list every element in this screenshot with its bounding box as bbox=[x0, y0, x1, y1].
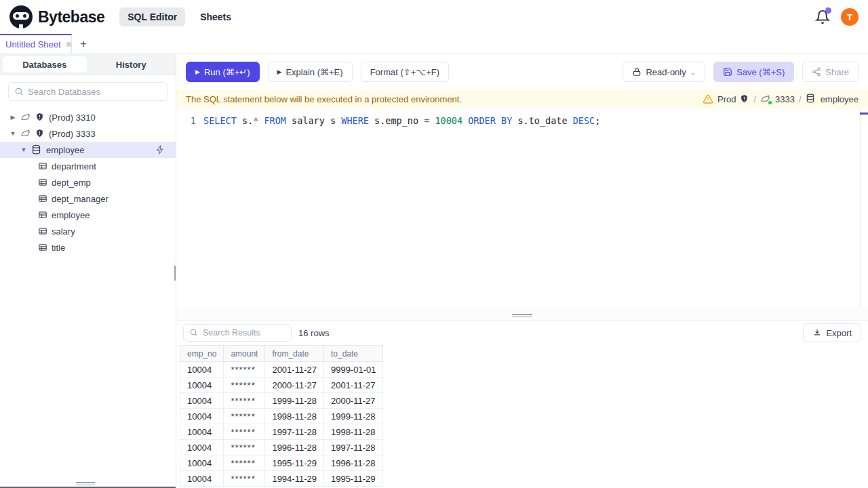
sidebar-table-item[interactable]: dept_emp bbox=[0, 174, 176, 190]
search-icon bbox=[14, 87, 24, 96]
table-name: salary bbox=[52, 226, 75, 237]
connection-status-dot bbox=[768, 101, 772, 104]
warning-icon bbox=[703, 94, 713, 104]
run-button[interactable]: ▶ Run (⌘+↵) bbox=[186, 62, 260, 82]
mysql-icon bbox=[20, 112, 31, 123]
table-row[interactable]: 10004******2000-11-272001-11-27 bbox=[180, 378, 383, 393]
play-icon: ▶ bbox=[277, 68, 282, 75]
instance-row-3310[interactable]: ▶ (Prod) 3310 bbox=[0, 109, 176, 125]
results-search-input[interactable] bbox=[203, 328, 285, 338]
bytebase-logo-icon bbox=[9, 5, 33, 28]
column-header-emp_no[interactable]: emp_no bbox=[180, 346, 224, 362]
editor-scrollbar[interactable] bbox=[860, 108, 868, 308]
share-icon bbox=[812, 67, 821, 77]
sql-statement[interactable]: SELECT s.* FROM salary s WHERE s.emp_no … bbox=[203, 115, 600, 127]
table-cell: 10004 bbox=[180, 362, 224, 378]
table-row[interactable]: 10004******1997-11-281998-11-28 bbox=[180, 424, 383, 440]
download-icon bbox=[812, 328, 822, 338]
environment-label: Prod bbox=[717, 94, 736, 104]
instance-row-3333[interactable]: ▼ (Prod) 3333 bbox=[0, 125, 176, 142]
share-button[interactable]: Share bbox=[802, 62, 859, 82]
table-icon bbox=[38, 226, 47, 236]
database-search[interactable] bbox=[8, 82, 167, 101]
sidebar-tabs: Databases History bbox=[0, 54, 176, 75]
environment-shield-icon bbox=[740, 94, 749, 104]
notification-badge bbox=[825, 7, 831, 14]
split-drag-handle[interactable] bbox=[512, 312, 532, 319]
table-cell: 2001-11-27 bbox=[265, 362, 324, 378]
avatar[interactable]: T bbox=[841, 8, 859, 26]
save-button[interactable]: Save (⌘+S) bbox=[713, 62, 794, 82]
chevron-down-icon[interactable]: ▼ bbox=[9, 130, 16, 137]
main-panel: ▶ Run (⌘+↵) ▶ Explain (⌘+E) Format (⇧+⌥+… bbox=[176, 54, 868, 488]
results-header: 16 rows Export bbox=[176, 321, 868, 345]
save-icon bbox=[723, 67, 732, 77]
table-cell: ****** bbox=[224, 362, 265, 378]
format-button[interactable]: Format (⇧+⌥+F) bbox=[361, 62, 449, 82]
instance-label: (Prod) 3310 bbox=[49, 113, 96, 123]
table-row[interactable]: 10004******1999-11-282000-11-27 bbox=[180, 393, 383, 409]
database-search-input[interactable] bbox=[28, 87, 161, 97]
panel-split-divider[interactable] bbox=[176, 308, 868, 320]
lightning-icon[interactable] bbox=[155, 145, 165, 155]
database-icon bbox=[806, 94, 816, 104]
protected-environment-banner: The SQL statement below will be executed… bbox=[176, 89, 868, 108]
sidebar-table-item[interactable]: title bbox=[0, 239, 176, 256]
result-table: emp_noamountfrom_dateto_date 10004******… bbox=[180, 345, 383, 487]
table-row[interactable]: 10004******1998-11-281999-11-28 bbox=[180, 409, 383, 424]
bytebase-logo[interactable]: Bytebase bbox=[9, 5, 104, 28]
table-row[interactable]: 10004******1996-11-281997-11-28 bbox=[180, 440, 383, 455]
sidebar-table-item[interactable]: dept_manager bbox=[0, 190, 176, 207]
mysql-icon bbox=[760, 94, 771, 104]
export-button[interactable]: Export bbox=[803, 323, 861, 342]
readonly-mode-dropdown[interactable]: Read-only ⌄ bbox=[623, 62, 705, 82]
tab-history[interactable]: History bbox=[89, 56, 174, 73]
table-cell: ****** bbox=[224, 409, 265, 424]
table-name: title bbox=[52, 243, 65, 253]
table-cell: ****** bbox=[224, 440, 265, 455]
column-header-to_date[interactable]: to_date bbox=[323, 346, 383, 362]
table-row[interactable]: 10004******2001-11-279999-01-01 bbox=[180, 362, 383, 378]
table-cell: 10004 bbox=[180, 409, 224, 424]
sidebar-table-item[interactable]: salary bbox=[0, 223, 176, 239]
database-name: employee bbox=[46, 145, 84, 155]
results-search[interactable] bbox=[183, 324, 292, 342]
table-row[interactable]: 10004******1994-11-291995-11-29 bbox=[180, 471, 383, 487]
connection-breadcrumb: Prod / 3333 / bbox=[703, 94, 859, 104]
table-name: employee bbox=[52, 210, 90, 220]
notifications-button[interactable] bbox=[815, 9, 830, 24]
nav-sql-editor[interactable]: SQL Editor bbox=[119, 7, 185, 26]
sidebar-panel-drag-handle[interactable] bbox=[76, 481, 95, 487]
table-cell: ****** bbox=[224, 455, 265, 471]
explain-button[interactable]: ▶ Explain (⌘+E) bbox=[268, 62, 353, 82]
database-label[interactable]: employee bbox=[821, 94, 859, 104]
chevron-down-icon[interactable]: ▼ bbox=[20, 146, 27, 153]
instance-label[interactable]: 3333 bbox=[775, 94, 795, 104]
table-name: dept_emp bbox=[52, 178, 91, 188]
sidebar-table-item[interactable]: department bbox=[0, 158, 176, 174]
result-table-container: emp_noamountfrom_dateto_date 10004******… bbox=[176, 345, 868, 488]
sheet-tab-bar: Untitled Sheet + bbox=[0, 34, 868, 54]
nav-sheets[interactable]: Sheets bbox=[192, 7, 239, 26]
table-icon bbox=[38, 178, 47, 187]
table-cell: 10004 bbox=[180, 455, 224, 471]
table-cell: 1997-11-28 bbox=[265, 424, 324, 440]
database-icon bbox=[31, 144, 42, 155]
table-cell: 9999-01-01 bbox=[323, 362, 383, 378]
play-icon: ▶ bbox=[195, 68, 200, 75]
chevron-right-icon[interactable]: ▶ bbox=[9, 114, 16, 121]
sidebar: Databases History ▶ bbox=[0, 54, 176, 488]
new-sheet-button[interactable]: + bbox=[72, 34, 95, 54]
tab-databases[interactable]: Databases bbox=[2, 56, 87, 73]
database-row-employee[interactable]: ▼ employee bbox=[0, 142, 176, 158]
column-header-from_date[interactable]: from_date bbox=[265, 346, 324, 362]
sidebar-table-item[interactable]: employee bbox=[0, 207, 176, 223]
sql-editor[interactable]: 1 SELECT s.* FROM salary s WHERE s.emp_n… bbox=[176, 108, 868, 308]
column-header-amount[interactable]: amount bbox=[224, 346, 265, 362]
table-cell: ****** bbox=[224, 393, 265, 409]
table-row[interactable]: 10004******1995-11-291996-11-28 bbox=[180, 455, 383, 471]
sheet-status-dot bbox=[66, 42, 71, 47]
environment-shield-icon bbox=[35, 113, 45, 122]
sheet-tab-untitled[interactable]: Untitled Sheet bbox=[0, 34, 72, 54]
sheet-tab-label: Untitled Sheet bbox=[5, 39, 61, 49]
